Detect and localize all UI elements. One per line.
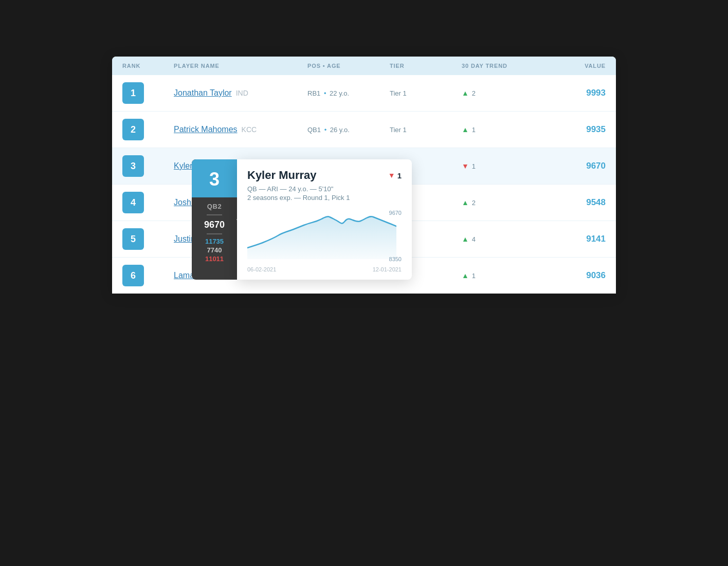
player-name-1[interactable]: Jonathan Taylor	[174, 88, 232, 98]
trend-6: ▲ 1	[462, 271, 544, 280]
tooltip-right-panel: Kyler Murray ▼ 1 QB — ARI — 24 y.o. — 5'…	[237, 159, 412, 280]
tooltip-sub2: 2 seasons exp. — Round 1, Pick 1	[247, 194, 402, 202]
rank-badge-3: 3	[122, 155, 144, 177]
table-row: 2 Patrick Mahomes KCC QB1 • 26 y.o. Tier…	[112, 112, 616, 148]
chart-labels: 9670 8350	[389, 208, 402, 264]
tooltip-divider	[207, 214, 222, 215]
trend-up-icon-4: ▲	[462, 198, 469, 207]
col-player-name: PLAYER NAME	[174, 63, 307, 69]
trend-4: ▲ 2	[462, 198, 544, 207]
chart-area: 9670 8350	[247, 208, 402, 264]
tooltip-rank-big: 3	[192, 159, 237, 197]
value-2: 9935	[544, 124, 606, 135]
value-6: 9036	[544, 270, 606, 281]
trend-2: ▲ 1	[462, 125, 544, 134]
value-1: 9993	[544, 88, 606, 98]
table-row: 1 Jonathan Taylor IND RB1 • 22 y.o. Tier…	[112, 75, 616, 112]
player-name-cell-1: Jonathan Taylor IND	[174, 88, 307, 98]
player-name-2[interactable]: Patrick Mahomes	[174, 125, 238, 134]
tooltip-trend: ▼ 1	[388, 171, 402, 180]
trend-down-icon-3: ▼	[462, 162, 469, 170]
col-tier: TIER	[390, 63, 462, 69]
tooltip-trend-icon: ▼	[388, 171, 395, 179]
trend-up-icon-5: ▲	[462, 235, 469, 243]
tooltip-pos-label: QB2	[207, 197, 222, 213]
col-pos-age: POS • AGE	[307, 63, 390, 69]
trend-up-icon-6: ▲	[462, 271, 469, 280]
tooltip-arrow	[236, 214, 243, 225]
tooltip-player-name: Kyler Murray	[247, 169, 317, 182]
tooltip-divider2	[207, 233, 222, 234]
table-wrapper: RANK PLAYER NAME POS • AGE TIER 30 DAY T…	[112, 57, 616, 294]
pos-age-2: QB1 • 26 y.o.	[307, 126, 390, 134]
tier-1: Tier 1	[390, 89, 462, 97]
value-3: 9670	[544, 161, 606, 171]
tooltip-value-main: 9670	[204, 220, 225, 232]
value-5: 9141	[544, 234, 606, 244]
tooltip-val-mid: 7740	[207, 246, 222, 255]
tooltip-val-high: 11735	[205, 238, 224, 246]
rank-badge-5: 5	[122, 228, 144, 250]
team-abbr-1: IND	[236, 89, 248, 97]
rank-badge-4: 4	[122, 192, 144, 213]
pos-age-1: RB1 • 22 y.o.	[307, 89, 390, 97]
trend-up-icon-2: ▲	[462, 125, 469, 134]
col-trend: 30 DAY TREND	[462, 63, 544, 69]
trend-up-icon-1: ▲	[462, 89, 469, 97]
trend-chart	[247, 208, 396, 259]
tooltip-val-low: 11011	[205, 255, 224, 270]
col-value: VALUE	[544, 63, 606, 69]
tooltip-sub1: QB — ARI — 24 y.o. — 5'10"	[247, 185, 402, 193]
rank-badge-1: 1	[122, 82, 144, 104]
screen-container: RANK PLAYER NAME POS • AGE TIER 30 DAY T…	[0, 0, 728, 566]
trend-1: ▲ 2	[462, 89, 544, 97]
tooltip-popup: 3 QB2 9670 11735 7740 11011 Kyler Murray…	[192, 159, 412, 280]
tooltip-left-panel: 3 QB2 9670 11735 7740 11011	[192, 159, 237, 280]
rank-badge-2: 2	[122, 119, 144, 140]
team-abbr-2: KCC	[242, 125, 257, 134]
trend-5: ▲ 4	[462, 235, 544, 243]
value-4: 9548	[544, 197, 606, 208]
col-rank: RANK	[122, 63, 174, 69]
tier-2: Tier 1	[390, 126, 462, 134]
tooltip-header-row: Kyler Murray ▼ 1	[247, 169, 402, 182]
rank-badge-6: 6	[122, 265, 144, 286]
chart-dates: 06-02-2021 12-01-2021	[247, 266, 402, 272]
table-header: RANK PLAYER NAME POS • AGE TIER 30 DAY T…	[112, 57, 616, 75]
trend-3: ▼ 1	[462, 162, 544, 170]
player-name-cell-2: Patrick Mahomes KCC	[174, 125, 307, 134]
